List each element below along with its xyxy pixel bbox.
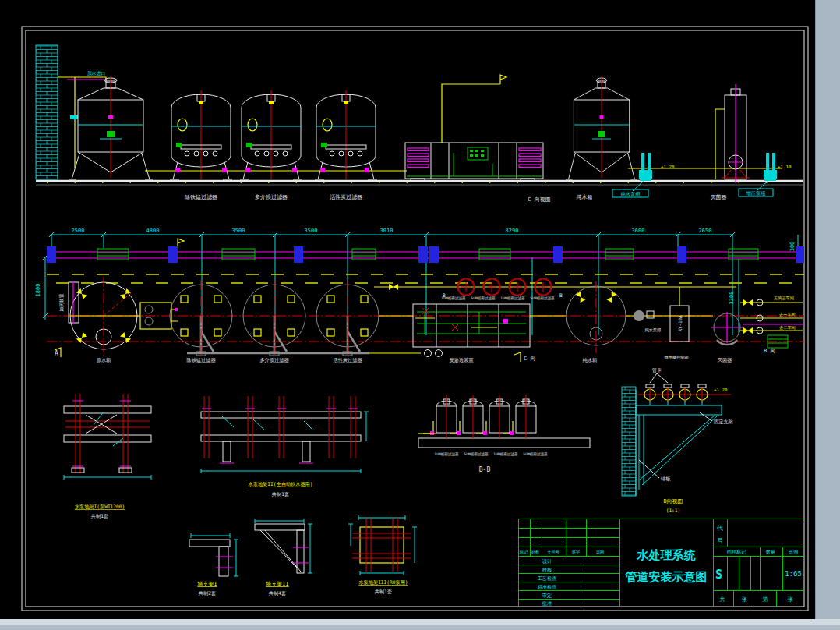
tb-code-2: 号 [717, 537, 723, 544]
tb-sheet-no: 第 [763, 596, 768, 603]
desktop: { "app": {"background": "#a9b7c5", "canv… [0, 0, 840, 630]
elev-label-pure-tank: 纯水箱 [577, 194, 593, 200]
dim-8290: 8290 [506, 228, 519, 234]
dim-2650: 2650 [699, 228, 712, 234]
view-b-marker: B 向 [764, 348, 775, 354]
ro-skid-elev [405, 75, 543, 181]
branch-piping: 主管去车间 去一车间 去二车间 [740, 296, 804, 348]
pure-water-tank-elev [566, 76, 637, 179]
bb-label-1: 1UM精密过滤器 [434, 452, 459, 457]
d-anchor-label: 锚板 [660, 476, 671, 481]
pf-label-4: 5UM精密过滤器 [530, 296, 555, 301]
tb-mark-value: S [715, 568, 722, 582]
bb-title: B-B [479, 466, 491, 473]
tb-scale-value: 1:65 [785, 570, 802, 578]
wall1-label: 墙支架I [196, 581, 217, 587]
iron-filter-plan [170, 280, 232, 356]
tb-row-review: 审定 [542, 593, 552, 599]
elevation-view: 原水进口 [36, 45, 803, 203]
detail3-qty: 共制1套 [375, 589, 392, 594]
tb-h-date: 日期 [596, 550, 604, 554]
dosing-unit-plan: 加药装置 [59, 281, 79, 324]
section-b2: B [559, 292, 563, 298]
bb-label-4: 5UM精密过滤器 [523, 452, 548, 457]
plan-label-carbon: 活性炭过滤器 [333, 357, 362, 363]
pipe-elbows [175, 168, 369, 172]
detail-wall-bracket-2: 墙支架II 共制4套 [255, 519, 312, 596]
desktop-right-band [815, 0, 840, 619]
dosing-label: 加药装置 [59, 293, 64, 311]
tb-row-approve: 批准 [542, 600, 552, 607]
pf-label-2: 5UM精密过滤器 [471, 296, 496, 301]
tb-row-process: 工艺检查 [537, 575, 558, 581]
sterilizer-plan [711, 312, 743, 345]
desktop-bottom-strip-2 [0, 625, 840, 630]
dim-3300: 3300 [729, 292, 735, 305]
plan-label-raw-tank: 原水箱 [97, 357, 111, 363]
detail-pump-frame-2: 水泵地架II(全自动软水器用) 共制1套 [201, 396, 369, 497]
tb-h-mark: 标记 [519, 550, 528, 555]
raw-water-tank-elev [69, 76, 153, 179]
tb-code-1: 代 [716, 525, 723, 532]
wall2-qty: 共制4套 [269, 590, 286, 596]
elev-label-carbon-filter: 活性炭过滤器 [330, 194, 362, 200]
pump-set-left [639, 153, 652, 181]
pump-leader-right: 增压泵组 [746, 190, 767, 196]
inner-frame [26, 30, 804, 607]
bb-label-3: 1UM精密过滤器 [493, 452, 518, 457]
d-view-scale: (1:1) [666, 508, 681, 513]
pure-water-tank-plan [566, 281, 626, 353]
bb-vessels [423, 395, 536, 438]
detail2-label: 水泵地架II(全自动软水器用) [249, 481, 313, 487]
controller-plan: RY-10A 微电脑控制箱 [664, 287, 689, 359]
tb-mark-header: 图样标记 [727, 549, 746, 555]
dim-3500b: 3500 [305, 228, 318, 234]
d-view-title: D向视图 [663, 498, 683, 504]
desktop-bottom-strip [0, 619, 840, 625]
tb-sheet-zhang2: 张 [788, 596, 793, 603]
plan-label-media: 多介质过滤器 [259, 357, 289, 363]
elev-label-media-filter: 多介质过滤器 [255, 194, 288, 200]
elev-label-view-c: C 向视图 [528, 196, 550, 203]
dimension-chain: 2500 4800 3500 3500 3010 8290 3600 2650 … [35, 228, 798, 335]
detail2-qty: 共制1套 [272, 491, 289, 497]
iron-filter-elev [170, 90, 232, 179]
controller-label: 微电脑控制箱 [664, 355, 688, 359]
pure-water-pump-plan: 纯水泵组 [634, 310, 661, 332]
ro-skid-plan [413, 304, 530, 347]
dim-3600: 3600 [632, 228, 645, 234]
outer-frame [22, 27, 808, 611]
cad-canvas: 原水进口 [0, 0, 815, 619]
section-b1: B [443, 292, 446, 298]
d-bracket-label: 固定支架 [714, 419, 733, 425]
detail-section-bb: 1UM精密过滤器 5UM精密过滤器 1UM精密过滤器 5UM精密过滤器 B-B [418, 395, 590, 473]
plan-view: 2500 4800 3500 3500 3010 8290 3600 2650 … [35, 228, 804, 363]
dim-3500a: 3500 [232, 228, 245, 234]
title-block: 标记 处数 文件号 签字 日期 设计 校核 工艺检查 标准检查 审定 批准 水处… [518, 519, 804, 607]
elev-mark-left: +1.20 [661, 165, 675, 169]
elev-label-iron-filter: 除铁锰过滤器 [185, 194, 217, 200]
d-clamp-label: 管卡 [652, 367, 662, 373]
media-filter-plan [243, 280, 305, 356]
elev-mark-right: +1.10 [778, 165, 792, 169]
detail-pump-frame-1: 水泵地架I(泵WT1200) 共制1套 [64, 394, 151, 519]
detail-pump-frame-3: 水泵地架III(RO泵用) 共制1套 [348, 515, 417, 594]
tb-h-file: 文件号 [547, 550, 559, 554]
bb-label-2: 5UM精密过滤器 [464, 452, 489, 457]
detail-d-view: 管卡 +1.20 固定支架 锚板 D向视图 (1:1) [622, 367, 733, 513]
pump-label-plan: 纯水泵组 [645, 327, 662, 332]
wall1-qty: 共制2套 [199, 590, 216, 596]
drawing-title-line2: 管道安装示意图 [625, 570, 708, 584]
tb-sheet-total: 共 [720, 596, 725, 603]
tb-row-standard: 标准检查 [537, 584, 558, 590]
pump-set-right [764, 153, 777, 181]
plan-label-ro: 反渗透装置 [450, 357, 475, 363]
pf-label-3: 1UM精密过滤器 [500, 296, 525, 301]
tb-h-count: 处数 [531, 550, 540, 555]
columns [47, 246, 804, 263]
drawing-title-line1: 水处理系统 [637, 548, 697, 562]
section-a: A [55, 350, 58, 357]
dim-2500: 2500 [72, 228, 85, 234]
inlet-label: 原水进口 [87, 70, 105, 76]
tb-row-check: 校核 [542, 567, 552, 572]
